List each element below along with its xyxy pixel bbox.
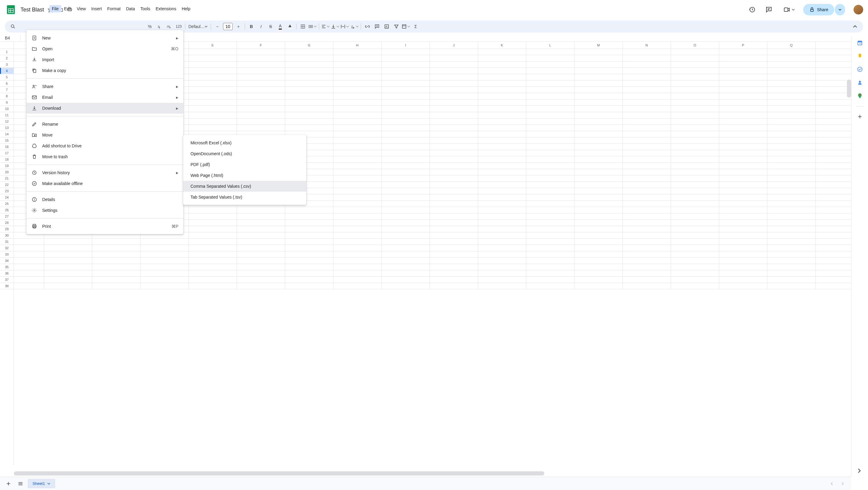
cell[interactable] <box>671 87 719 93</box>
row-header[interactable]: 32 <box>0 245 13 251</box>
cell[interactable] <box>575 93 623 99</box>
cell[interactable] <box>381 258 430 264</box>
all-sheets-button[interactable] <box>16 479 25 489</box>
cell[interactable] <box>430 99 478 105</box>
cell[interactable] <box>526 175 575 181</box>
horizontal-align-button[interactable] <box>321 22 330 31</box>
cell[interactable] <box>767 150 815 156</box>
cell[interactable] <box>767 156 815 162</box>
cell[interactable] <box>526 68 575 74</box>
sheet-tab-active[interactable]: Sheet1 <box>28 479 55 488</box>
cell[interactable] <box>575 55 623 61</box>
cell[interactable] <box>623 239 671 245</box>
cell[interactable] <box>381 283 430 289</box>
row-header[interactable]: 8 <box>0 93 13 99</box>
cell[interactable] <box>237 270 285 276</box>
cell[interactable] <box>14 245 44 251</box>
insert-chart-button[interactable] <box>382 22 391 31</box>
cell[interactable] <box>526 220 575 226</box>
cell[interactable] <box>478 156 526 162</box>
cell[interactable] <box>526 207 575 213</box>
cell[interactable] <box>333 68 381 74</box>
filter-views-button[interactable] <box>401 22 410 31</box>
cell[interactable] <box>719 277 767 283</box>
cell[interactable] <box>767 106 815 112</box>
menu-tools[interactable]: Tools <box>138 5 153 12</box>
cell[interactable] <box>189 251 237 257</box>
row-header[interactable]: 23 <box>0 188 13 194</box>
row-header[interactable]: 6 <box>0 81 13 87</box>
cell[interactable] <box>671 283 719 289</box>
cell[interactable] <box>623 68 671 74</box>
cell[interactable] <box>478 137 526 144</box>
cell[interactable] <box>285 251 333 257</box>
cell[interactable] <box>623 144 671 150</box>
row-header[interactable]: 20 <box>0 169 13 175</box>
cell[interactable] <box>478 81 526 87</box>
cell[interactable] <box>671 144 719 150</box>
cell[interactable] <box>92 251 141 257</box>
cell[interactable] <box>719 55 767 61</box>
cell[interactable] <box>575 49 623 55</box>
comments-icon[interactable] <box>763 4 775 16</box>
cell[interactable] <box>719 207 767 213</box>
cell[interactable] <box>189 207 237 213</box>
cell[interactable] <box>189 55 237 61</box>
cell[interactable] <box>526 74 575 80</box>
cell[interactable] <box>767 239 815 245</box>
fill-color-button[interactable] <box>285 22 294 31</box>
cell[interactable] <box>333 87 381 93</box>
cell[interactable] <box>430 55 478 61</box>
cell[interactable] <box>575 163 623 169</box>
cell[interactable] <box>333 112 381 118</box>
cell[interactable] <box>430 68 478 74</box>
row-header[interactable]: 16 <box>0 144 13 150</box>
cell[interactable] <box>381 131 430 137</box>
cell[interactable] <box>381 144 430 150</box>
cell[interactable] <box>719 226 767 232</box>
cell[interactable] <box>575 156 623 162</box>
functions-button[interactable]: Σ <box>411 22 420 31</box>
cell[interactable] <box>430 112 478 118</box>
cell[interactable] <box>285 220 333 226</box>
cell[interactable] <box>767 245 815 251</box>
cell[interactable] <box>478 220 526 226</box>
row-header[interactable]: 33 <box>0 251 13 258</box>
cell[interactable] <box>333 74 381 80</box>
cell[interactable] <box>671 150 719 156</box>
cell[interactable] <box>333 137 381 144</box>
cell[interactable] <box>671 156 719 162</box>
cell[interactable] <box>623 175 671 181</box>
cell[interactable] <box>575 239 623 245</box>
cell[interactable] <box>381 175 430 181</box>
cell[interactable] <box>189 264 237 270</box>
cell[interactable] <box>575 68 623 74</box>
row-header[interactable]: 7 <box>0 87 13 93</box>
cell[interactable] <box>189 61 237 67</box>
cell[interactable] <box>237 232 285 238</box>
cell[interactable] <box>623 156 671 162</box>
cell[interactable] <box>767 118 815 124</box>
cell[interactable] <box>285 258 333 264</box>
download-html[interactable]: Web Page (.html) <box>183 170 306 181</box>
menu-item-print[interactable]: Print ⌘P <box>27 221 183 232</box>
cell[interactable] <box>526 106 575 112</box>
cell[interactable] <box>430 87 478 93</box>
cell[interactable] <box>575 106 623 112</box>
menu-item-trash[interactable]: Move to trash <box>27 151 183 162</box>
cell[interactable] <box>671 213 719 219</box>
cell[interactable] <box>478 61 526 67</box>
cell[interactable] <box>623 277 671 283</box>
cell[interactable] <box>767 163 815 169</box>
cell[interactable] <box>333 61 381 67</box>
cell[interactable] <box>767 125 815 131</box>
cell[interactable] <box>767 194 815 201</box>
cell[interactable] <box>767 270 815 276</box>
cell[interactable] <box>430 245 478 251</box>
cell[interactable] <box>719 175 767 181</box>
cell[interactable] <box>719 270 767 276</box>
cell[interactable] <box>285 87 333 93</box>
cell[interactable] <box>671 270 719 276</box>
cell[interactable] <box>719 87 767 93</box>
insert-comment-button[interactable] <box>373 22 381 31</box>
